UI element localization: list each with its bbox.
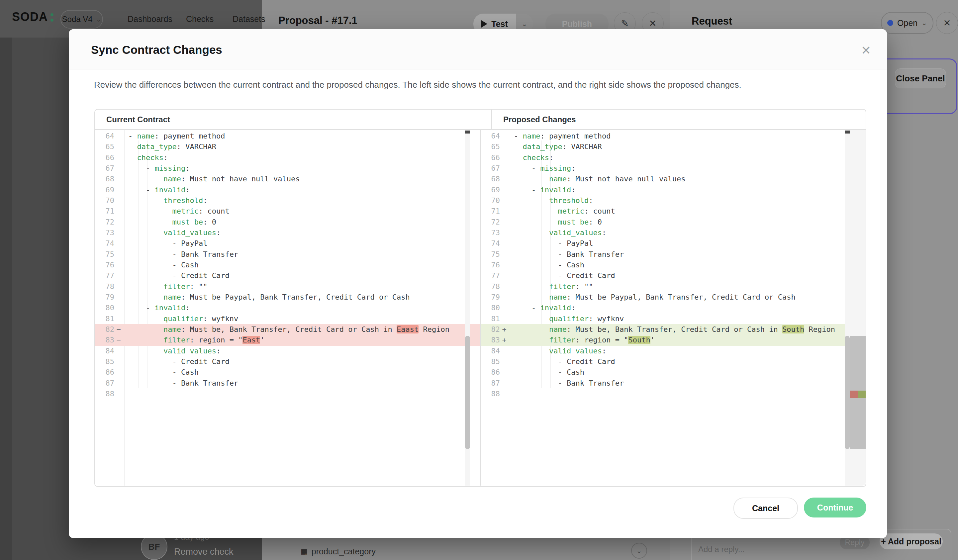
table-icon: ▦: [301, 547, 308, 556]
diff-editors: 64- name: payment_method65 data_type: VA…: [95, 130, 866, 485]
nav-item-dashboards[interactable]: Dashboards: [128, 14, 172, 24]
code-line: 80 - invalid:: [95, 303, 480, 313]
left-scrollbar[interactable]: [465, 130, 470, 485]
code-line: 81 qualifier: wyfknv: [95, 314, 480, 324]
pencil-icon: ✎: [621, 18, 628, 29]
current-contract-header: Current Contract: [95, 109, 491, 129]
dataset-row[interactable]: ▦ product_category: [301, 547, 376, 556]
modal-close-button[interactable]: ✕: [856, 41, 875, 60]
code-line: 75 - Bank Transfer: [481, 249, 866, 260]
collapse-row-button[interactable]: ⌄: [631, 543, 647, 559]
code-line: 82+ name: Must be, Bank Transfer, Credit…: [481, 324, 866, 335]
code-line: 66 checks:: [481, 152, 866, 163]
code-line: 68 name: Must not have null values: [481, 174, 866, 184]
code-line: 82− name: Must be, Bank Transfer, Credit…: [95, 324, 480, 335]
code-line: 78 filter: "": [481, 281, 866, 292]
current-contract-editor[interactable]: 64- name: payment_method65 data_type: VA…: [95, 130, 480, 485]
code-line: 64- name: payment_method: [481, 131, 866, 141]
screen: SODA Soda V4 ⌄ Dashboards Checks Dataset…: [0, 0, 958, 560]
code-line: 85 - Credit Card: [481, 356, 866, 367]
code-line: 78 filter: "": [95, 281, 480, 292]
code-line: 68 name: Must not have null values: [95, 174, 480, 184]
code-line: 76 - Cash: [95, 260, 480, 270]
close-panel-button[interactable]: Close Panel: [895, 68, 946, 88]
code-line: 83− filter: region = "East': [95, 335, 480, 346]
modal-footer: Cancel Continue: [69, 493, 887, 538]
proposal-title: Proposal - #17.1: [278, 14, 357, 27]
continue-button[interactable]: Continue: [804, 498, 866, 517]
play-icon: [481, 20, 487, 28]
diff-container: Current Contract Proposed Changes 64- na…: [94, 109, 866, 487]
code-line: 79 name: Must be Paypal, Bank Transfer, …: [95, 292, 480, 303]
code-line: 84 valid_values:: [95, 346, 480, 356]
reply-placeholder: Add a reply...: [698, 545, 745, 554]
code-line: 71 metric: count: [95, 206, 480, 217]
status-label: Open: [897, 18, 917, 28]
code-line: 69 - invalid:: [481, 185, 866, 195]
code-line: 65 data_type: VARCHAR: [481, 141, 866, 152]
code-line: 79 name: Must be Paypal, Bank Transfer, …: [481, 292, 866, 303]
nav-item-datasets[interactable]: Datasets: [233, 14, 265, 24]
code-line: 88: [481, 389, 866, 399]
ruler-removed-mark: [850, 390, 858, 398]
code-line: 85 - Credit Card: [95, 356, 480, 367]
code-line: 72 must_be: 0: [95, 217, 480, 227]
code-line: 74 - PayPal: [95, 238, 480, 249]
close-icon: ✕: [649, 18, 657, 29]
chevron-down-icon: ⌄: [922, 19, 927, 27]
test-button-label: Test: [491, 19, 508, 29]
request-status-dropdown[interactable]: Open ⌄: [881, 12, 933, 34]
cancel-button[interactable]: Cancel: [733, 498, 798, 519]
code-line: 77 - Credit Card: [481, 270, 866, 281]
code-line: 67 - missing:: [95, 163, 480, 174]
code-line: 81 qualifier: wyfknv: [481, 314, 866, 324]
scroll-top-marker: [465, 130, 470, 133]
code-line: 86 - Cash: [481, 367, 866, 378]
code-line: 75 - Bank Transfer: [95, 249, 480, 260]
diff-overview-ruler[interactable]: [850, 130, 866, 485]
left-rail: [0, 38, 12, 560]
scrollbar-thumb[interactable]: [845, 336, 850, 449]
modal-title: Sync Contract Changes: [91, 43, 222, 57]
chevron-down-icon: ⌄: [96, 15, 102, 23]
code-line: 76 - Cash: [481, 260, 866, 270]
remove-check-menu-item[interactable]: Remove check: [174, 547, 233, 557]
close-request-button[interactable]: ✕: [936, 12, 958, 34]
code-line: 66 checks:: [95, 152, 480, 163]
sync-contract-changes-modal: Sync Contract Changes ✕ Review the diffe…: [69, 29, 887, 538]
workspace-label: Soda V4: [62, 14, 93, 24]
dataset-name: product_category: [312, 547, 376, 556]
proposed-changes-editor[interactable]: 64- name: payment_method65 data_type: VA…: [480, 130, 866, 485]
code-line: 73 valid_values:: [481, 227, 866, 238]
code-line: 88: [95, 389, 480, 399]
code-line: 70 threshold:: [95, 195, 480, 206]
diff-header-row: Current Contract Proposed Changes: [95, 109, 866, 130]
scroll-top-marker: [845, 130, 850, 133]
code-line: 77 - Credit Card: [95, 270, 480, 281]
ruler-added-mark: [858, 390, 866, 398]
code-line: 84 valid_values:: [481, 346, 866, 356]
code-line: 67 - missing:: [481, 163, 866, 174]
add-proposal-button[interactable]: + Add proposal: [880, 533, 943, 549]
soda-logo: SODA: [12, 10, 48, 24]
code-line: 74 - PayPal: [481, 238, 866, 249]
code-line: 73 valid_values:: [95, 227, 480, 238]
scrollbar-thumb[interactable]: [465, 336, 470, 449]
nav-item-checks[interactable]: Checks: [186, 14, 214, 24]
code-line: 87 - Bank Transfer: [95, 378, 480, 389]
code-line: 80 - invalid:: [481, 303, 866, 313]
status-dot-icon: [887, 20, 893, 26]
proposed-changes-header: Proposed Changes: [491, 109, 866, 129]
code-line: 71 metric: count: [481, 206, 866, 217]
code-line: 69 - invalid:: [95, 185, 480, 195]
modal-description: Review the differences between the curre…: [94, 80, 741, 90]
close-icon: ✕: [943, 17, 951, 29]
code-line: 86 - Cash: [95, 367, 480, 378]
code-line: 72 must_be: 0: [481, 217, 866, 227]
request-title: Request: [692, 15, 732, 27]
code-line: 70 threshold:: [481, 195, 866, 206]
workspace-selector[interactable]: Soda V4 ⌄: [60, 10, 103, 29]
right-scrollbar[interactable]: [845, 130, 850, 485]
code-line: 87 - Bank Transfer: [481, 378, 866, 389]
code-line: 64- name: payment_method: [95, 131, 480, 141]
